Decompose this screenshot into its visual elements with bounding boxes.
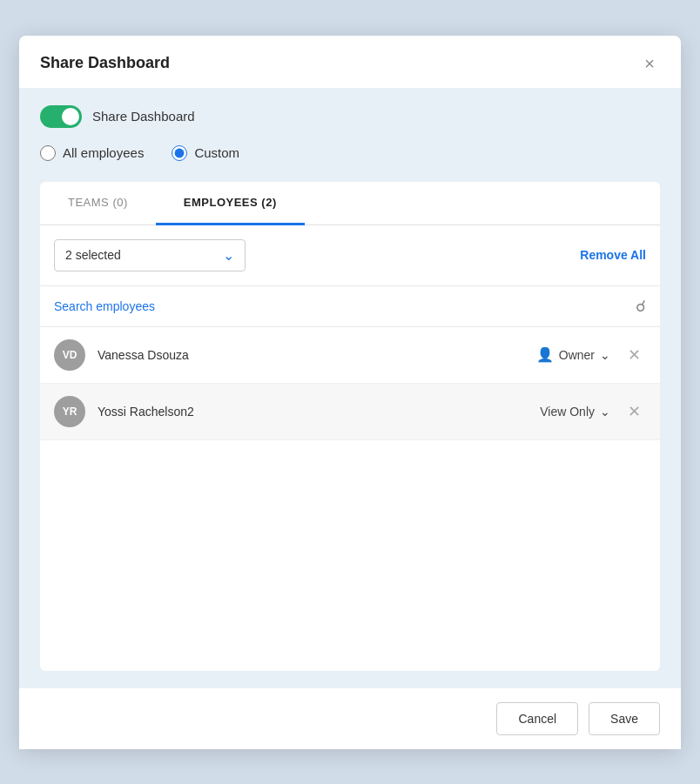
search-icon: ☌: [636, 297, 646, 316]
search-row: ☌: [40, 286, 660, 327]
toggle-row: Share Dashboard: [40, 105, 660, 128]
role-chevron-vd: ⌄: [600, 348, 610, 362]
role-text-vd: Owner: [559, 348, 595, 362]
role-chevron-yr: ⌄: [600, 405, 610, 419]
toggle-label: Share Dashboard: [92, 109, 195, 124]
share-toggle[interactable]: [40, 105, 82, 128]
remove-employee-yr[interactable]: ✕: [623, 400, 646, 423]
toggle-slider: [40, 105, 82, 128]
modal-title: Share Dashboard: [40, 54, 170, 72]
modal-body: Share Dashboard All employees Custom TEA…: [19, 88, 681, 688]
role-select-vd[interactable]: 👤 Owner ⌄: [536, 346, 610, 363]
modal-header: Share Dashboard ×: [19, 36, 681, 88]
save-button[interactable]: Save: [589, 702, 660, 735]
employee-name-vd: Vanessa Dsouza: [98, 348, 524, 362]
remove-employee-vd[interactable]: ✕: [623, 344, 646, 366]
dropdown-chevron-icon: ⌄: [223, 247, 234, 264]
radio-all-employees-label: All employees: [63, 145, 144, 160]
employee-name-yr: Yossi Rachelson2: [98, 405, 528, 419]
close-button[interactable]: ×: [639, 53, 660, 74]
avatar-vd: VD: [54, 339, 85, 371]
tabs-container: TEAMS (0) EMPLOYEES (2) 2 selected ⌄ Rem…: [40, 182, 660, 671]
radio-custom[interactable]: Custom: [172, 145, 239, 161]
cancel-button[interactable]: Cancel: [496, 702, 578, 735]
role-icon-owner: 👤: [536, 346, 554, 363]
radio-row: All employees Custom: [40, 145, 660, 161]
selected-count-text: 2 selected: [65, 248, 214, 262]
radio-all-employees[interactable]: All employees: [40, 145, 144, 161]
tab-employees[interactable]: EMPLOYEES (2): [156, 182, 305, 225]
modal-footer: Cancel Save: [19, 688, 681, 749]
search-input[interactable]: [54, 299, 629, 313]
tab-teams[interactable]: TEAMS (0): [40, 182, 156, 225]
tab-content-employees: 2 selected ⌄ Remove All ☌: [40, 225, 660, 671]
avatar-yr: YR: [54, 396, 85, 427]
employee-list: VD Vanessa Dsouza 👤 Owner ⌄ ✕: [40, 327, 660, 671]
role-select-yr[interactable]: View Only ⌄: [540, 405, 610, 419]
share-dashboard-modal: Share Dashboard × Share Dashboard All em…: [19, 36, 681, 749]
dropdown-row: 2 selected ⌄ Remove All: [40, 225, 660, 286]
role-text-yr: View Only: [540, 405, 595, 419]
radio-custom-label: Custom: [194, 145, 239, 160]
selected-dropdown[interactable]: 2 selected ⌄: [54, 239, 246, 271]
remove-all-button[interactable]: Remove All: [580, 248, 646, 262]
employee-row: YR Yossi Rachelson2 View Only ⌄ ✕: [40, 384, 660, 440]
tabs-header: TEAMS (0) EMPLOYEES (2): [40, 182, 660, 225]
modal-overlay: Share Dashboard × Share Dashboard All em…: [0, 0, 700, 784]
employee-row: VD Vanessa Dsouza 👤 Owner ⌄ ✕: [40, 327, 660, 384]
